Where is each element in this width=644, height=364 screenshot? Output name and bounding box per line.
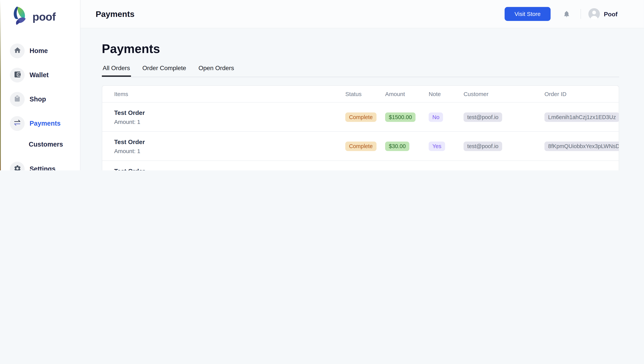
- topbar-title: Payments: [96, 9, 135, 19]
- visit-store-button[interactable]: Visit Store: [505, 7, 550, 21]
- sidebar-item-home[interactable]: Home: [0, 44, 80, 58]
- tab-open-orders[interactable]: Open Orders: [198, 64, 235, 77]
- page-title: Payments: [102, 42, 619, 56]
- customer-badge[interactable]: test@poof.io: [463, 141, 502, 151]
- orders-table: Items Status Amount Note Customer Order …: [102, 85, 619, 170]
- shop-icon: [14, 95, 21, 104]
- home-icon: [13, 46, 21, 56]
- brand-name: poof: [33, 10, 56, 23]
- sidebar-item-settings[interactable]: Settings: [0, 162, 80, 170]
- table-row[interactable]: Test Order Amount: 1 Open $1500.00 No te…: [102, 160, 619, 170]
- sidebar-item-label: Home: [30, 47, 48, 54]
- sidebar-item-label: Customers: [29, 141, 63, 148]
- payments-dashboard: poof Home Wallet Shop: [0, 0, 644, 170]
- order-id-badge[interactable]: 8fKpmQUiobbxYex3pLWNsD: [544, 141, 619, 151]
- order-item-name: Test Order: [114, 138, 345, 146]
- amount-badge: $30.00: [385, 141, 410, 151]
- column-header-order-id: Order ID: [544, 91, 619, 97]
- order-tabs: All Orders Order Complete Open Orders: [102, 64, 619, 77]
- poof-logo[interactable]: poof: [13, 6, 80, 27]
- sidebar-item-wallet[interactable]: Wallet: [0, 68, 80, 82]
- status-badge: Complete: [345, 141, 376, 151]
- order-item-quantity: Amount: 1: [114, 118, 345, 125]
- column-header-customer: Customer: [463, 91, 544, 97]
- user-name[interactable]: Poof: [604, 10, 617, 17]
- wallet-icon: [13, 70, 21, 80]
- topbar-divider: [580, 9, 581, 19]
- tab-all-orders[interactable]: All Orders: [102, 64, 131, 77]
- sidebar-item-customers[interactable]: Customers: [0, 140, 80, 149]
- sidebar-nav: Home Wallet Shop: [0, 44, 80, 170]
- sidebar-item-shop[interactable]: Shop: [0, 92, 80, 107]
- sidebar: poof Home Wallet Shop: [0, 0, 81, 170]
- sidebar-item-label: Settings: [30, 166, 56, 170]
- avatar[interactable]: [588, 8, 600, 20]
- order-item-name: Test Order: [114, 109, 345, 116]
- note-badge: No: [429, 112, 443, 122]
- main-content: Payments All Orders Order Complete Open …: [81, 28, 644, 170]
- order-item-name: Test Order: [114, 167, 345, 170]
- customer-badge[interactable]: test@poof.io: [463, 112, 502, 122]
- amount-badge: $1500.00: [385, 112, 416, 122]
- column-header-amount: Amount: [385, 91, 429, 97]
- table-row[interactable]: Test Order Amount: 1 Complete $1500.00 N…: [102, 102, 619, 132]
- gear-icon: [13, 164, 21, 170]
- table-body: Test Order Amount: 1 Complete $1500.00 N…: [102, 102, 619, 170]
- sidebar-item-label: Shop: [30, 96, 46, 103]
- column-header-note: Note: [429, 91, 463, 97]
- sidebar-item-label: Payments: [30, 120, 61, 127]
- order-item-quantity: Amount: 1: [114, 148, 345, 154]
- column-header-items: Items: [102, 91, 345, 97]
- table-header-row: Items Status Amount Note Customer Order …: [102, 86, 619, 102]
- butterfly-logo-icon: [13, 6, 30, 27]
- note-badge: Yes: [429, 141, 445, 151]
- order-id-badge[interactable]: Lm6enih1ahCzj1zx1ED3Uz: [544, 112, 619, 122]
- table-row[interactable]: Test Order Amount: 1 Complete $30.00 Yes…: [102, 132, 619, 160]
- notifications-bell-icon[interactable]: [563, 10, 570, 18]
- topbar: Payments Visit Store Poof: [81, 0, 644, 28]
- column-header-status: Status: [345, 91, 385, 97]
- sidebar-item-label: Wallet: [30, 72, 49, 79]
- sidebar-item-payments[interactable]: Payments: [0, 116, 80, 131]
- screen-edge-artifact: [0, 0, 1, 170]
- tab-order-complete[interactable]: Order Complete: [142, 64, 187, 77]
- status-badge: Complete: [345, 112, 376, 122]
- transfer-arrows-icon: [13, 118, 21, 128]
